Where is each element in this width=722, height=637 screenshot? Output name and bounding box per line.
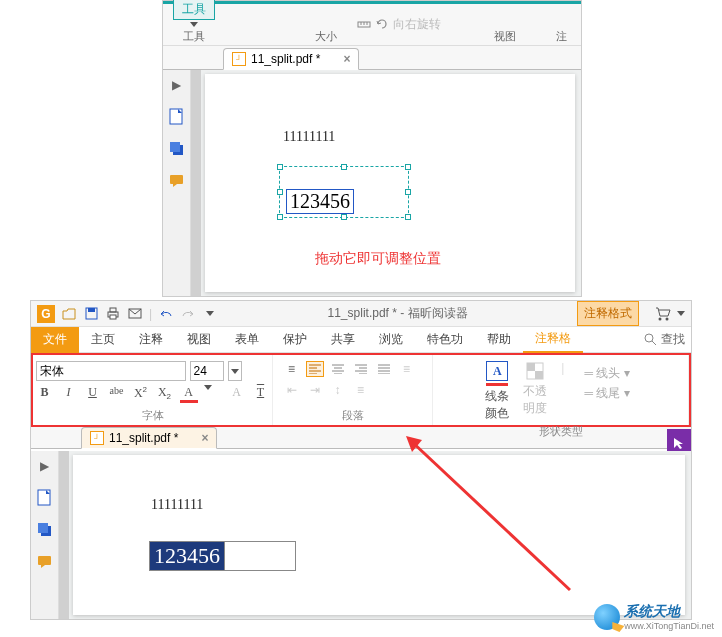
active-tool-label[interactable]: 工具 (173, 0, 215, 20)
document-viewport[interactable]: 11111111 123456 拖动它即可调整位置 (191, 70, 581, 296)
highlight-button[interactable]: A (228, 385, 246, 403)
undo-icon[interactable] (158, 306, 174, 322)
layers-icon[interactable] (168, 140, 186, 158)
textbox-content[interactable]: 123456 (286, 189, 354, 214)
menu-view[interactable]: 视图 (175, 327, 223, 353)
menu-file[interactable]: 文件 (31, 327, 79, 353)
watermark-url: www.XiTongTianDi.net (624, 621, 714, 631)
document-viewport-2[interactable]: 11111111 123456 (59, 451, 691, 619)
line-end-options: ═ 线头 ▾ ═ 线尾 ▾ (578, 361, 635, 406)
text-cursor-area[interactable] (224, 542, 295, 570)
ribbon-group-rotate[interactable]: 向右旋转 (347, 4, 451, 44)
italic-button[interactable]: I (60, 385, 78, 403)
menu-form[interactable]: 表单 (223, 327, 271, 353)
comments-icon-2[interactable] (36, 553, 54, 571)
quick-access-toolbar: G | 11_split.pdf * - 福昕阅读器 注释格式 (31, 301, 691, 327)
menu-home[interactable]: 主页 (79, 327, 127, 353)
ribbon-label-tools: 工具 (183, 29, 205, 44)
dropdown-icon[interactable] (190, 22, 198, 27)
document-tab-bar-2: ┘ 11_split.pdf * × (31, 427, 691, 449)
line-color-button[interactable]: A 线条 颜色 (485, 361, 509, 422)
number-list-icon[interactable]: ≡ (398, 361, 416, 377)
align-justify-icon[interactable] (375, 361, 393, 377)
menu-help[interactable]: 帮助 (475, 327, 523, 353)
redo-icon[interactable] (180, 306, 196, 322)
page-gutter-2 (59, 451, 69, 619)
tab-close-icon-2[interactable]: × (201, 431, 208, 445)
tab-filename-2: 11_split.pdf * (109, 431, 178, 445)
font-size-select[interactable] (190, 361, 224, 381)
align-right-icon[interactable] (352, 361, 370, 377)
svg-point-14 (659, 317, 662, 320)
menu-comment[interactable]: 注释 (127, 327, 175, 353)
ribbon-label-view: 视图 (494, 29, 516, 44)
layers-icon-2[interactable] (36, 521, 54, 539)
bullet-list-icon[interactable]: ≡ (283, 361, 301, 377)
menu-annot-format[interactable]: 注释格 (523, 327, 583, 353)
increase-indent-icon[interactable]: ⇥ (306, 382, 324, 398)
expand-icon[interactable]: ▶ (168, 76, 186, 94)
align-left-icon[interactable] (306, 361, 324, 377)
line-tail-option[interactable]: ═ 线尾 ▾ (584, 385, 629, 402)
decrease-indent-icon[interactable]: ⇤ (283, 382, 301, 398)
svg-rect-7 (170, 175, 183, 184)
search-label: 查找 (661, 331, 685, 348)
cursor-icon (672, 436, 686, 450)
print-icon[interactable] (105, 306, 121, 322)
watermark-title: 系统天地 (624, 603, 714, 621)
comments-icon[interactable] (168, 172, 186, 190)
document-tab[interactable]: ┘ 11_split.pdf * × (223, 48, 359, 70)
tab-filename: 11_split.pdf * (251, 52, 320, 66)
opacity-button[interactable]: 不透 明度 (523, 361, 547, 417)
search-box[interactable]: 查找 (638, 331, 691, 348)
font-size-dropdown-icon[interactable] (228, 361, 242, 381)
save-icon[interactable] (83, 306, 99, 322)
open-icon[interactable] (61, 306, 77, 322)
cart-dropdown-icon[interactable] (677, 311, 685, 316)
mail-icon[interactable] (127, 306, 143, 322)
line-head-option[interactable]: ═ 线头 ▾ (584, 365, 629, 382)
ribbon-title-font: 字体 (142, 408, 164, 423)
superscript-button[interactable]: X2 (132, 385, 150, 403)
svg-rect-36 (535, 371, 543, 379)
ribbon-title-shape: 形状类型 (539, 424, 583, 439)
line-spacing-icon[interactable]: ↕ (329, 382, 347, 398)
page-thumb-icon[interactable] (168, 108, 186, 126)
font-family-select[interactable] (36, 361, 186, 381)
qat-dropdown-icon[interactable] (202, 306, 218, 322)
strikethrough-button[interactable]: abe (108, 385, 126, 403)
tab-close-icon[interactable]: × (343, 52, 350, 66)
para-more-icon[interactable]: ≡ (352, 382, 370, 398)
font-color-dropdown-icon[interactable] (204, 385, 222, 403)
svg-rect-35 (527, 363, 535, 371)
menu-protect[interactable]: 保护 (271, 327, 319, 353)
doc-text-2: 11111111 (151, 497, 203, 513)
align-center-icon[interactable] (329, 361, 347, 377)
editing-textbox[interactable]: 123456 (149, 541, 296, 571)
rotate-right-icon (375, 17, 389, 31)
ribbon-top: 工具 工具 大小 向右旋转 视图 注 (163, 4, 581, 46)
underline-button[interactable]: U (84, 385, 102, 403)
page-thumb-icon-2[interactable] (36, 489, 54, 507)
annot-format-tab[interactable]: 注释格式 (577, 301, 639, 326)
ribbon-label-size: 大小 (315, 29, 337, 44)
text-effects-button[interactable]: T (252, 385, 270, 403)
document-tab-bar: ┘ 11_split.pdf * × (163, 46, 581, 70)
cart-icon[interactable] (655, 306, 671, 322)
font-color-button[interactable]: A (180, 385, 198, 403)
menu-browse[interactable]: 浏览 (367, 327, 415, 353)
textbox-selection[interactable]: 123456 (279, 166, 409, 218)
page: 11111111 123456 拖动它即可调整位置 (205, 74, 575, 292)
ribbon-group-shape: A 线条 颜色 不透 明度 | ═ 线头 ▾ ═ 线尾 ▾ 形状类型 (433, 355, 689, 425)
document-tab-2[interactable]: ┘ 11_split.pdf * × (81, 427, 217, 449)
text-shape-icon: A (486, 361, 508, 381)
side-toolbar-2: ▶ (31, 451, 59, 619)
opacity-icon (525, 361, 545, 381)
expand-icon-2[interactable]: ▶ (36, 457, 54, 475)
menu-share[interactable]: 共享 (319, 327, 367, 353)
subscript-button[interactable]: X2 (156, 385, 174, 403)
bold-button[interactable]: B (36, 385, 54, 403)
svg-rect-12 (110, 315, 116, 319)
bottom-panel: G | 11_split.pdf * - 福昕阅读器 注释格式 文件 主页 注释… (30, 300, 692, 620)
menu-features[interactable]: 特色功 (415, 327, 475, 353)
